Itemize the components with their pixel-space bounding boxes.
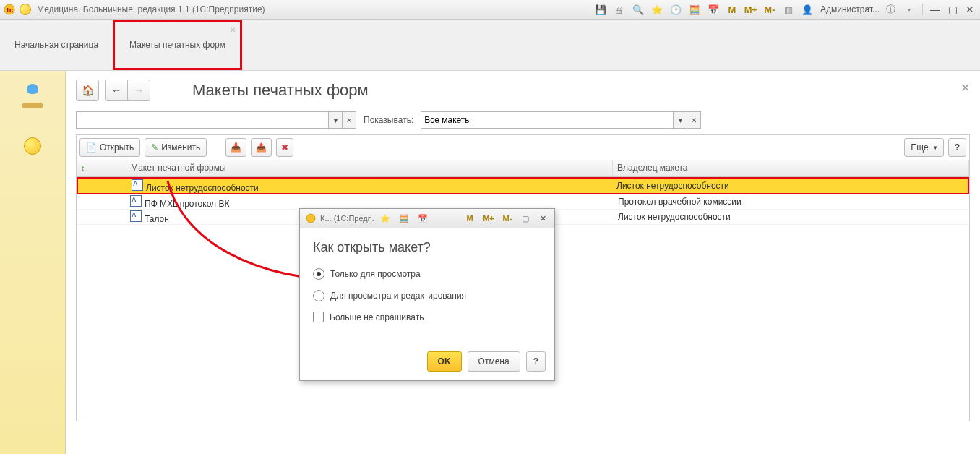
save-template-button[interactable]: 📤 [251,138,272,157]
list-toolbar: 📄Открыть ✎Изменить 📥 📤 ✖ Еще ▾ ? [76,134,970,160]
back-button[interactable]: ← [105,80,128,101]
filter-row: ▾ ✕ Показывать: ▾ ✕ [76,111,970,129]
checkbox-icon [313,312,324,322]
ok-label: OK [438,356,451,367]
user-icon[interactable]: 👤 [801,3,814,16]
svg-text:1c: 1c [6,7,13,14]
filter-show-combo[interactable]: ▾ ✕ [421,111,701,129]
table-row[interactable]: ПФ MXL протокол ВК Протокол врачебной ко… [77,194,969,210]
table-row[interactable]: Листок нетрудоспособности Листок нетрудо… [77,177,969,194]
panels-icon[interactable]: ▥ [782,3,795,16]
history-icon[interactable]: 🕑 [669,3,682,16]
dialog-m-button[interactable]: M [463,212,476,225]
save-icon[interactable]: 💾 [594,3,607,16]
home-button[interactable]: 🏠 [76,80,99,101]
calculator-icon[interactable]: 🧮 [688,3,701,16]
checkbox-dont-ask[interactable]: Больше не спрашивать [313,312,541,322]
tab-home[interactable]: Начальная страница [0,20,113,70]
cell-name: Талон [145,214,169,224]
table-header: ↕ Макет печатной формы Владелец макета [77,160,969,177]
delete-button[interactable]: ✖ [276,138,293,157]
tab-home-label: Начальная страница [14,40,98,50]
preview-icon[interactable]: 🔍 [632,3,645,16]
dialog-maximize-button[interactable]: ▢ [519,212,532,225]
filter-object-clear-icon[interactable]: ✕ [342,112,356,128]
cell-name: ПФ MXL протокол ВК [145,199,229,209]
print-icon[interactable]: 🖨 [613,3,626,16]
filter-show-clear-icon[interactable]: ✕ [687,112,700,128]
dialog-calculator-icon[interactable]: 🧮 [397,212,411,225]
filter-object-dropdown-icon[interactable]: ▾ [328,112,342,128]
svg-point-2 [306,214,315,223]
edit-button[interactable]: ✎Изменить [145,138,207,157]
info-icon[interactable]: ⓘ [884,3,897,16]
cell-owner: Листок нетрудоспособности [614,211,969,223]
filter-show-label: Показывать: [364,115,413,125]
sidebar [0,71,66,454]
open-button[interactable]: 📄Открыть [79,138,140,157]
edit-button-label: Изменить [161,142,200,153]
user-label: Администрат... [820,4,880,14]
memory-mplus-button[interactable]: M+ [744,3,757,16]
app-title: Медицина. Больничные, редакция 1.1 (1С:П… [37,4,265,14]
load-icon: 📥 [231,142,241,153]
info-dropdown-icon[interactable]: ▾ [903,3,916,16]
dialog-favorite-icon[interactable]: ⭐ [379,212,392,225]
navigation-tabs: Начальная страница Макеты печатных форм … [0,20,980,71]
help-button-label: ? [955,142,960,153]
dialog-mminus-button[interactable]: M- [501,212,514,225]
radio-view-only[interactable]: Только для просмотра [313,268,541,280]
delete-icon: ✖ [281,142,288,153]
content-area: ✕ 🏠 ← → Макеты печатных форм ▾ ✕ Показыв… [66,71,980,454]
template-icon [132,179,143,191]
dialog-title: К... (1С:Предп. [320,214,374,223]
col-template[interactable]: Макет печатной формы [126,160,613,176]
tab-templates[interactable]: Макеты печатных форм ✕ [113,20,242,70]
maximize-button[interactable]: ▢ [946,3,959,16]
page-close-icon[interactable]: ✕ [960,81,970,95]
app-titlebar: 1c Медицина. Больничные, редакция 1.1 (1… [0,0,980,20]
dialog-close-button[interactable]: ✕ [536,212,549,225]
memory-mminus-button[interactable]: M- [763,3,776,16]
open-icon: 📄 [86,142,97,153]
radio-view-edit[interactable]: Для просмотра и редактирования [313,290,541,301]
help-button[interactable]: ? [948,138,966,157]
sidebar-item-desk[interactable] [15,80,50,114]
minimize-button[interactable]: — [929,3,942,16]
col-icon[interactable]: ↕ [77,160,126,176]
dialog-cancel-button[interactable]: Отмена [468,351,520,372]
more-button[interactable]: Еще ▾ [904,138,943,157]
filter-show-dropdown-icon[interactable]: ▾ [673,112,687,128]
tab-templates-label: Макеты печатных форм [129,40,225,50]
tab-close-icon[interactable]: ✕ [230,26,236,34]
app-logo-icon: 1c [3,3,16,16]
close-button[interactable]: ✕ [963,3,976,16]
dialog-mplus-button[interactable]: M+ [482,212,495,225]
circle-icon [24,137,41,155]
filter-show-input[interactable] [421,113,673,127]
open-button-label: Открыть [100,142,134,153]
memory-m-button[interactable]: M [726,3,739,16]
filter-object-combo[interactable]: ▾ ✕ [76,111,356,129]
dialog-ok-button[interactable]: OK [427,351,462,372]
dialog-calendar-icon[interactable]: 📅 [416,212,429,225]
sidebar-item-functions[interactable] [15,129,50,163]
col-owner[interactable]: Владелец макета [613,160,969,176]
dialog-help-button[interactable]: ? [526,351,546,372]
filter-object-input[interactable] [77,113,328,127]
dropdown-icon[interactable] [19,3,32,16]
load-button[interactable]: 📥 [225,138,246,157]
cell-name: Листок нетрудоспособности [146,183,259,193]
forward-button[interactable]: → [128,80,150,101]
radio-icon [313,290,324,301]
cancel-label: Отмена [478,356,510,367]
chevron-down-icon: ▾ [934,144,937,151]
open-template-dialog: К... (1С:Предп. ⭐ 🧮 📅 M M+ M- ▢ ✕ Как от… [299,208,555,381]
calendar-icon[interactable]: 📅 [707,3,720,16]
radio-view-label: Только для просмотра [330,269,421,279]
edit-icon: ✎ [151,142,158,153]
templates-table: ↕ Макет печатной формы Владелец макета Л… [76,160,970,421]
dialog-titlebar: К... (1С:Предп. ⭐ 🧮 📅 M M+ M- ▢ ✕ [300,209,554,228]
favorite-icon[interactable]: ⭐ [650,3,663,16]
page-title: Макеты печатных форм [192,81,369,100]
